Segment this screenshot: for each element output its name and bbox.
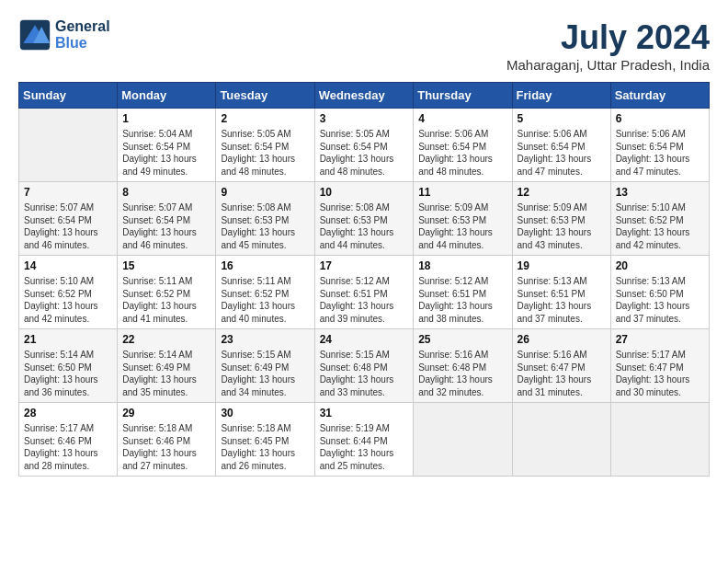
day-number: 24 [320,333,409,346]
calendar-cell: 16Sunrise: 5:11 AM Sunset: 6:52 PM Dayli… [216,256,314,329]
calendar-cell: 8Sunrise: 5:07 AM Sunset: 6:54 PM Daylig… [118,182,216,256]
day-number: 18 [418,259,506,272]
day-info: Sunrise: 5:11 AM Sunset: 6:52 PM Dayligh… [122,275,210,325]
day-info: Sunrise: 5:10 AM Sunset: 6:52 PM Dayligh… [24,275,112,325]
day-number: 9 [221,186,309,199]
week-row-1: 1Sunrise: 5:04 AM Sunset: 6:54 PM Daylig… [19,109,710,182]
day-info: Sunrise: 5:17 AM Sunset: 6:47 PM Dayligh… [616,349,704,398]
day-number: 15 [122,259,210,272]
day-number: 19 [518,259,606,272]
column-header-saturday: Saturday [610,83,709,109]
calendar-cell: 30Sunrise: 5:18 AM Sunset: 6:45 PM Dayli… [216,403,314,477]
column-header-friday: Friday [512,83,610,109]
day-info: Sunrise: 5:04 AM Sunset: 6:54 PM Dayligh… [122,128,210,178]
calendar-cell: 22Sunrise: 5:14 AM Sunset: 6:49 PM Dayli… [118,329,216,403]
day-info: Sunrise: 5:12 AM Sunset: 6:51 PM Dayligh… [320,275,409,325]
day-info: Sunrise: 5:06 AM Sunset: 6:54 PM Dayligh… [616,128,704,178]
location: Maharaganj, Uttar Pradesh, India [506,57,710,73]
calendar-header-row: SundayMondayTuesdayWednesdayThursdayFrid… [19,83,710,109]
day-info: Sunrise: 5:06 AM Sunset: 6:54 PM Dayligh… [418,128,506,178]
day-info: Sunrise: 5:14 AM Sunset: 6:49 PM Dayligh… [122,349,210,398]
day-info: Sunrise: 5:12 AM Sunset: 6:51 PM Dayligh… [418,275,506,325]
day-info: Sunrise: 5:15 AM Sunset: 6:48 PM Dayligh… [320,349,409,398]
calendar-cell: 24Sunrise: 5:15 AM Sunset: 6:48 PM Dayli… [314,329,414,403]
month-year: July 2024 [506,18,710,57]
column-header-thursday: Thursday [414,83,512,109]
calendar-cell: 18Sunrise: 5:12 AM Sunset: 6:51 PM Dayli… [414,256,512,329]
day-number: 30 [221,407,309,419]
calendar-cell [512,403,610,477]
day-number: 20 [616,259,704,272]
calendar-cell: 11Sunrise: 5:09 AM Sunset: 6:53 PM Dayli… [414,182,512,256]
calendar-table: SundayMondayTuesdayWednesdayThursdayFrid… [18,82,710,477]
calendar-cell: 25Sunrise: 5:16 AM Sunset: 6:48 PM Dayli… [414,329,512,403]
day-number: 8 [122,186,210,199]
day-info: Sunrise: 5:05 AM Sunset: 6:54 PM Dayligh… [221,128,309,178]
calendar-cell [19,109,118,182]
calendar-cell: 9Sunrise: 5:08 AM Sunset: 6:53 PM Daylig… [216,182,314,256]
calendar-cell: 17Sunrise: 5:12 AM Sunset: 6:51 PM Dayli… [314,256,414,329]
day-info: Sunrise: 5:08 AM Sunset: 6:53 PM Dayligh… [320,201,409,251]
day-number: 11 [418,186,506,199]
calendar-cell: 2Sunrise: 5:05 AM Sunset: 6:54 PM Daylig… [216,109,314,182]
calendar-cell: 21Sunrise: 5:14 AM Sunset: 6:50 PM Dayli… [19,329,118,403]
day-info: Sunrise: 5:06 AM Sunset: 6:54 PM Dayligh… [518,128,606,178]
calendar-cell [610,403,709,477]
calendar-cell: 29Sunrise: 5:18 AM Sunset: 6:46 PM Dayli… [118,403,216,477]
day-number: 29 [122,407,210,419]
calendar-body: 1Sunrise: 5:04 AM Sunset: 6:54 PM Daylig… [19,109,710,477]
calendar-cell [414,403,512,477]
day-info: Sunrise: 5:07 AM Sunset: 6:54 PM Dayligh… [24,201,112,251]
day-number: 17 [320,259,409,272]
logo-text: General Blue [55,18,110,52]
day-number: 4 [418,112,506,125]
day-number: 16 [221,259,309,272]
column-header-tuesday: Tuesday [216,83,314,109]
day-info: Sunrise: 5:10 AM Sunset: 6:52 PM Dayligh… [616,201,704,251]
day-info: Sunrise: 5:09 AM Sunset: 6:53 PM Dayligh… [518,201,606,251]
calendar-cell: 28Sunrise: 5:17 AM Sunset: 6:46 PM Dayli… [19,403,118,477]
day-number: 25 [418,333,506,346]
day-info: Sunrise: 5:16 AM Sunset: 6:47 PM Dayligh… [518,349,606,398]
calendar-cell: 13Sunrise: 5:10 AM Sunset: 6:52 PM Dayli… [610,182,709,256]
day-info: Sunrise: 5:18 AM Sunset: 6:45 PM Dayligh… [221,422,309,472]
day-info: Sunrise: 5:16 AM Sunset: 6:48 PM Dayligh… [418,349,506,398]
calendar-cell: 31Sunrise: 5:19 AM Sunset: 6:44 PM Dayli… [314,403,414,477]
day-number: 1 [122,112,210,125]
day-info: Sunrise: 5:14 AM Sunset: 6:50 PM Dayligh… [24,349,112,398]
day-info: Sunrise: 5:09 AM Sunset: 6:53 PM Dayligh… [418,201,506,251]
calendar-cell: 1Sunrise: 5:04 AM Sunset: 6:54 PM Daylig… [118,109,216,182]
calendar-cell: 14Sunrise: 5:10 AM Sunset: 6:52 PM Dayli… [19,256,118,329]
calendar-cell: 10Sunrise: 5:08 AM Sunset: 6:53 PM Dayli… [314,182,414,256]
day-number: 23 [221,333,309,346]
calendar-cell: 23Sunrise: 5:15 AM Sunset: 6:49 PM Dayli… [216,329,314,403]
calendar-cell: 4Sunrise: 5:06 AM Sunset: 6:54 PM Daylig… [414,109,512,182]
calendar-cell: 5Sunrise: 5:06 AM Sunset: 6:54 PM Daylig… [512,109,610,182]
day-info: Sunrise: 5:15 AM Sunset: 6:49 PM Dayligh… [221,349,309,398]
day-info: Sunrise: 5:13 AM Sunset: 6:50 PM Dayligh… [616,275,704,325]
calendar-cell: 15Sunrise: 5:11 AM Sunset: 6:52 PM Dayli… [118,256,216,329]
day-number: 10 [320,186,409,199]
day-number: 12 [518,186,606,199]
column-header-sunday: Sunday [19,83,118,109]
logo-icon [18,18,51,52]
calendar-cell: 12Sunrise: 5:09 AM Sunset: 6:53 PM Dayli… [512,182,610,256]
week-row-2: 7Sunrise: 5:07 AM Sunset: 6:54 PM Daylig… [19,182,710,256]
day-number: 2 [221,112,309,125]
title-area: July 2024 Maharaganj, Uttar Pradesh, Ind… [506,18,710,73]
week-row-3: 14Sunrise: 5:10 AM Sunset: 6:52 PM Dayli… [19,256,710,329]
page-header: General Blue July 2024 Maharaganj, Uttar… [18,18,710,73]
calendar-cell: 6Sunrise: 5:06 AM Sunset: 6:54 PM Daylig… [610,109,709,182]
day-number: 3 [320,112,409,125]
calendar-cell: 7Sunrise: 5:07 AM Sunset: 6:54 PM Daylig… [19,182,118,256]
day-number: 31 [320,407,409,419]
day-info: Sunrise: 5:18 AM Sunset: 6:46 PM Dayligh… [122,422,210,472]
day-number: 22 [122,333,210,346]
day-number: 28 [24,407,112,419]
week-row-5: 28Sunrise: 5:17 AM Sunset: 6:46 PM Dayli… [19,403,710,477]
day-number: 14 [24,259,112,272]
day-number: 27 [616,333,704,346]
day-info: Sunrise: 5:05 AM Sunset: 6:54 PM Dayligh… [320,128,409,178]
day-info: Sunrise: 5:17 AM Sunset: 6:46 PM Dayligh… [24,422,112,472]
day-number: 5 [518,112,606,125]
